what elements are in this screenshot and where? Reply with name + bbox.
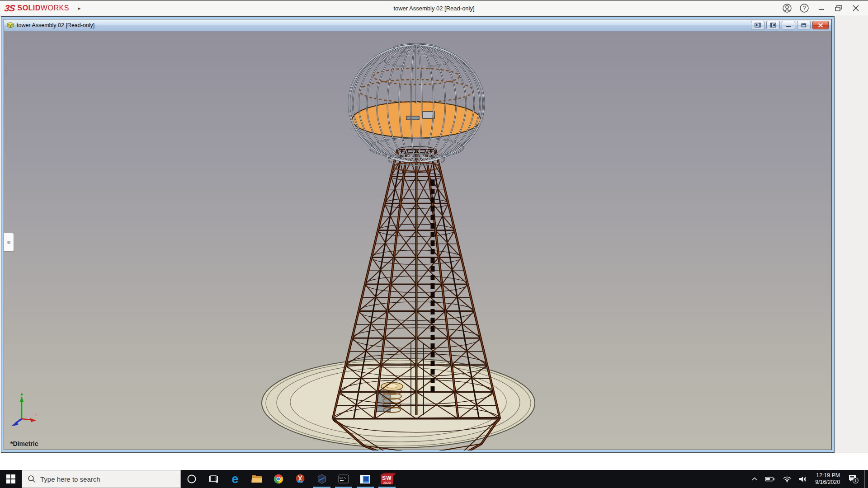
document-titlebar[interactable]: tower Assembly 02 [Read-only] <box>4 19 831 31</box>
cortana-icon <box>187 474 197 484</box>
action-center-button[interactable]: 1 <box>845 470 862 488</box>
tray-clock[interactable]: 12:19 PM 9/16/2020 <box>812 472 843 486</box>
hexagon-app-button[interactable] <box>311 470 333 488</box>
restore-icon <box>835 4 843 12</box>
minimize-button[interactable] <box>815 2 828 14</box>
view-orientation-label: *Dimetric <box>10 440 38 447</box>
pane-right-icon <box>770 23 776 28</box>
account-button[interactable] <box>780 2 794 14</box>
edge-icon: e <box>231 473 238 485</box>
svg-text:C:\: C:\ <box>340 476 346 480</box>
blue-window-app-button[interactable] <box>354 470 376 488</box>
account-icon <box>782 3 792 13</box>
network-status[interactable] <box>780 470 794 488</box>
collapsed-panel-tab[interactable] <box>4 233 14 252</box>
windows-logo-icon <box>6 474 15 483</box>
svg-text:?: ? <box>803 5 806 11</box>
help-button[interactable]: ? <box>797 2 811 14</box>
help-icon: ? <box>799 3 809 13</box>
doc-minimize-button[interactable] <box>782 21 795 29</box>
doc-close-button[interactable] <box>812 21 829 29</box>
menu-flyout-arrow-icon[interactable]: ▸ <box>78 5 81 11</box>
app-canvas-strip <box>0 453 868 470</box>
solidworks-logo: 3S SOLIDWORKS ▸ <box>0 1 85 15</box>
minimize-icon <box>818 5 825 12</box>
doc-minimize-icon <box>786 23 791 28</box>
doc-restore-icon <box>801 23 807 28</box>
task-view-icon <box>208 474 218 484</box>
tray-time: 12:19 PM <box>816 472 840 479</box>
x-axis-label: x <box>35 412 38 417</box>
close-icon <box>852 5 859 12</box>
capture-tool-button[interactable] <box>289 470 311 488</box>
hexagon-app-icon <box>317 474 327 484</box>
x-axis-arrow <box>30 418 36 422</box>
document-title: tower Assembly 02 [Read-only] <box>17 22 94 28</box>
solidworks-2020-icon: SW 2020 <box>380 472 394 486</box>
volume-status[interactable] <box>797 470 810 488</box>
pane-left-icon <box>755 23 761 28</box>
notification-badge: 1 <box>854 479 857 483</box>
doc-pane-left-button[interactable] <box>751 21 764 29</box>
tray-overflow-button[interactable] <box>749 470 760 488</box>
show-desktop-button[interactable] <box>864 470 867 488</box>
command-prompt-icon: C:\ <box>338 474 349 483</box>
cortana-button[interactable] <box>181 470 203 488</box>
app-window-title: tower Assembly 02 [Read-only] <box>0 5 868 12</box>
file-explorer-button[interactable] <box>246 470 268 488</box>
blue-window-app-icon <box>360 474 371 484</box>
assembly-doc-icon <box>7 22 14 28</box>
scissors-app-icon <box>295 474 305 484</box>
chevron-up-icon <box>751 476 758 482</box>
restore-button[interactable] <box>832 2 845 14</box>
doc-restore-button[interactable] <box>797 21 811 29</box>
start-button[interactable] <box>0 470 22 488</box>
action-center-icon: 1 <box>848 474 859 484</box>
y-axis-arrow <box>20 396 24 402</box>
tower-assembly-model <box>4 31 832 450</box>
panel-tab-dot-icon <box>7 241 10 244</box>
solidworks-wordmark: SOLIDWORKS <box>17 4 69 12</box>
solidworks-taskbar-button[interactable]: SW 2020 <box>376 470 398 488</box>
doc-pane-right-button[interactable] <box>766 21 780 29</box>
chrome-button[interactable] <box>268 470 289 488</box>
battery-status[interactable] <box>763 470 778 488</box>
taskbar-search[interactable] <box>22 470 181 488</box>
battery-charging-icon <box>765 476 775 482</box>
close-button[interactable] <box>849 2 863 14</box>
document-window: tower Assembly 02 [Read-only] <box>1 16 835 453</box>
doc-close-icon <box>818 23 823 28</box>
taskbar: e <box>0 470 868 488</box>
dassault-3s-icon: 3S <box>4 3 15 14</box>
command-prompt-button[interactable]: C:\ <box>333 470 354 488</box>
chrome-icon <box>274 474 283 484</box>
wifi-icon <box>783 476 792 483</box>
app-titlebar: 3S SOLIDWORKS ▸ tower Assembly 02 [Read-… <box>0 0 868 15</box>
tray-date: 9/16/2020 <box>815 479 840 486</box>
search-icon <box>28 475 36 483</box>
task-view-button[interactable] <box>203 470 224 488</box>
orientation-triad <box>4 391 63 441</box>
search-input[interactable] <box>40 475 167 483</box>
edge-button[interactable]: e <box>224 470 246 488</box>
model-viewport[interactable]: x *Dimetric <box>4 31 831 450</box>
file-explorer-icon <box>251 474 262 483</box>
speaker-icon <box>799 476 807 483</box>
